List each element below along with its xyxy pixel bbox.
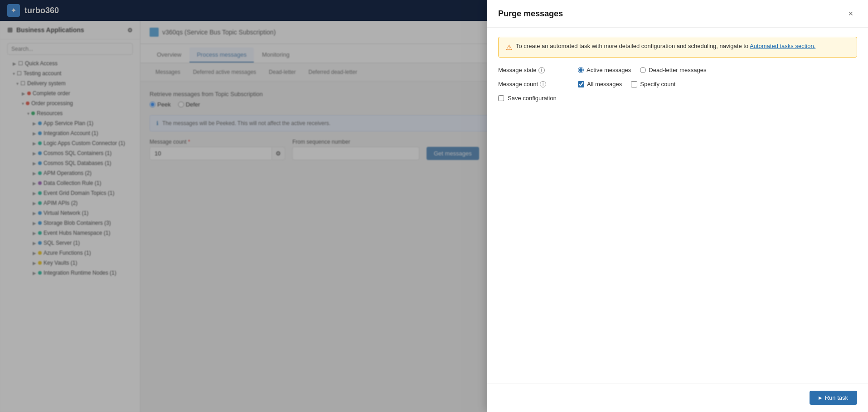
- run-task-button[interactable]: ▶ Run task: [810, 391, 857, 405]
- modal-body: ⚠ To create an automated task with more …: [487, 28, 868, 383]
- message-state-options: Active messages Dead-letter messages: [578, 67, 706, 73]
- specify-count-option[interactable]: Specify count: [631, 81, 675, 87]
- message-count-label-modal: Message count i: [498, 81, 571, 87]
- modal-overlay: Purge messages × ⚠ To create an automate…: [0, 21, 868, 412]
- app-container: ✦ turbo360 ⊞ Business Applications ⚙ ▶ ☐: [0, 0, 868, 412]
- all-messages-checkbox[interactable]: [578, 81, 584, 87]
- message-count-row: Message count i All messages Specify cou…: [498, 81, 857, 87]
- modal-header: Purge messages ×: [487, 21, 868, 28]
- body-layout: ⊞ Business Applications ⚙ ▶ ☐ Quick Acce…: [0, 21, 868, 412]
- message-state-row: Message state i Active messages Dead-let…: [498, 67, 857, 73]
- play-icon: ▶: [819, 395, 822, 400]
- message-count-info-icon[interactable]: i: [540, 81, 546, 87]
- modal-footer: ▶ Run task: [487, 383, 868, 412]
- active-messages-option[interactable]: Active messages: [578, 67, 631, 73]
- message-count-options: All messages Specify count: [578, 81, 675, 87]
- warning-text: To create an automated task with more de…: [516, 43, 748, 49]
- save-config-checkbox[interactable]: [498, 95, 504, 101]
- active-messages-radio[interactable]: [578, 67, 584, 73]
- specify-count-checkbox[interactable]: [631, 81, 637, 87]
- save-config-label: Save configuration: [508, 95, 557, 102]
- dead-letter-option[interactable]: Dead-letter messages: [640, 67, 706, 73]
- message-state-info-icon[interactable]: i: [538, 67, 545, 73]
- warning-icon: ⚠: [506, 43, 512, 52]
- dead-letter-radio[interactable]: [640, 67, 646, 73]
- purge-messages-modal: Purge messages × ⚠ To create an automate…: [487, 21, 868, 412]
- all-messages-option[interactable]: All messages: [578, 81, 622, 87]
- save-config-row: Save configuration: [498, 95, 857, 102]
- message-state-label: Message state i: [498, 67, 571, 73]
- automated-tasks-link[interactable]: Automated tasks section.: [750, 43, 815, 49]
- warning-box: ⚠ To create an automated task with more …: [498, 37, 857, 58]
